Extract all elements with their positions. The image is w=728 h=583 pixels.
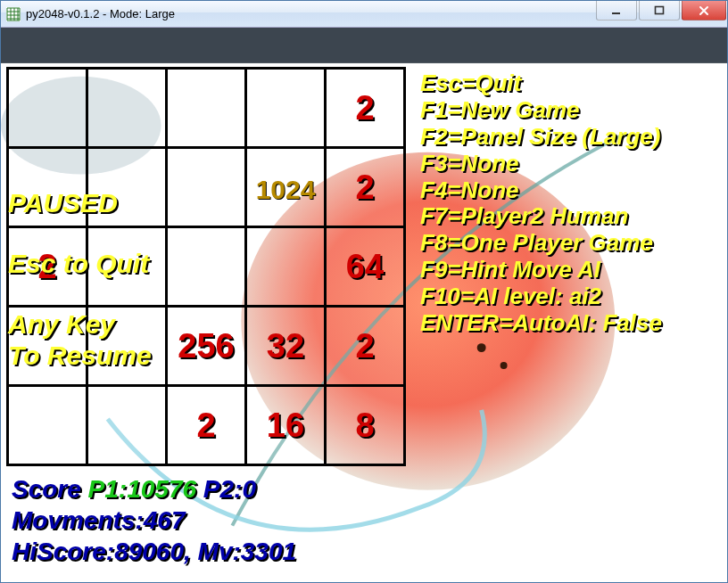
tile (87, 69, 167, 148)
client-area: 2102422642563222168 PAUSED Esc to Quit A… (1, 28, 727, 582)
tile-value: 2 (355, 168, 374, 206)
tile-value: 1024 (256, 175, 316, 204)
titlebar[interactable]: py2048-v0.1.2 - Mode: Large (1, 1, 727, 28)
window-controls (595, 1, 727, 27)
svg-point-6 (500, 362, 508, 369)
help-line: F9=Hint Move AI (420, 257, 662, 283)
help-line: ENTER=AutoAI: False (420, 310, 662, 337)
app-icon (6, 7, 21, 21)
svg-rect-2 (656, 6, 664, 13)
tile (8, 386, 87, 465)
svg-rect-1 (612, 12, 620, 14)
tile (167, 69, 246, 148)
minimize-button[interactable] (596, 1, 637, 21)
movements-line: Movments:467 (12, 505, 296, 536)
tile: 32 (246, 307, 326, 386)
score-line: Score P1:10576 P2:0 (12, 473, 296, 505)
help-line: F7=Player2 Human (420, 203, 662, 230)
tile: 8 (326, 386, 405, 465)
tile: 1024 (246, 148, 326, 227)
tile (167, 148, 246, 227)
tile-value: 16 (267, 406, 304, 444)
close-button[interactable] (682, 1, 726, 21)
tile (87, 386, 167, 465)
tile: 2 (326, 307, 405, 386)
window-title: py2048-v0.1.2 - Mode: Large (26, 7, 595, 21)
help-line: F10=AI level: ai2 (420, 283, 662, 310)
hiscore-line: HiScore:89060, Mv:3301 (12, 536, 296, 567)
tile-value: 2 (355, 89, 374, 127)
svg-rect-8 (1, 28, 727, 63)
tile-value: 8 (355, 406, 374, 444)
score-label: Score (12, 475, 88, 503)
help-line: Esc=Quit (420, 70, 662, 97)
help-line: F8=One Player Game (420, 230, 662, 257)
tile (246, 69, 326, 148)
tile (246, 227, 326, 307)
tile-value: 2 (355, 327, 374, 365)
tile: 16 (246, 386, 326, 465)
tile: 2 (326, 148, 405, 227)
svg-rect-0 (6, 7, 21, 21)
help-panel: Esc=QuitF1=New GameF2=Panel Size (Large)… (420, 70, 662, 337)
tile-value: 64 (346, 248, 384, 285)
tile: 2 (326, 69, 405, 148)
paused-label: PAUSED (8, 188, 118, 219)
resume-hint: Any KeyTo Resume (8, 309, 152, 371)
help-line: F4=None (420, 177, 662, 204)
tile: 256 (167, 307, 246, 386)
help-line: F1=New Game (420, 97, 662, 124)
svg-point-5 (477, 343, 486, 352)
tile: 2 (167, 386, 246, 465)
tile (167, 227, 246, 307)
tile (8, 69, 87, 148)
help-line: F3=None (420, 151, 662, 177)
esc-hint: Esc to Quit (8, 249, 149, 280)
score-p1: P1:10576 (88, 475, 196, 503)
window-frame: py2048-v0.1.2 - Mode: Large (0, 0, 728, 583)
score-p2: P2:0 (196, 475, 256, 503)
tile-value: 2 (196, 406, 215, 444)
status-panel: Score P1:10576 P2:0 Movments:467 HiScore… (12, 473, 296, 567)
tile-value: 256 (178, 327, 234, 365)
maximize-button[interactable] (639, 1, 680, 21)
tile: 64 (326, 227, 405, 307)
tile-value: 32 (267, 327, 304, 365)
help-line: F2=Panel Size (Large) (420, 124, 662, 151)
